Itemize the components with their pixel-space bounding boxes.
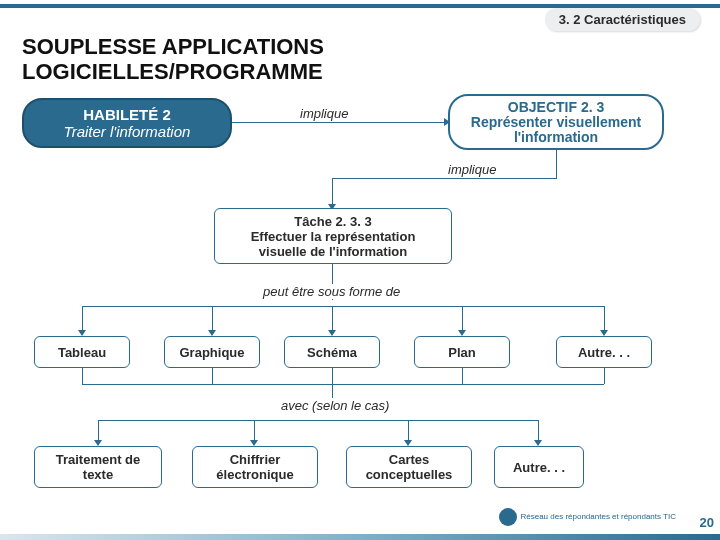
objectif-sub: Représenter visuellement l'information	[458, 115, 654, 146]
mv2	[212, 368, 213, 384]
format-box-0: Tableau	[34, 336, 130, 368]
tool-box-3: Autre. . .	[494, 446, 584, 488]
title-line2: LOGICIELLES/PROGRAMME	[22, 59, 324, 84]
page-title: SOUPLESSE APPLICATIONS LOGICIELLES/PROGR…	[22, 34, 324, 85]
habilete-sub: Traiter l'information	[32, 123, 222, 140]
tool0-l2: texte	[41, 467, 155, 482]
tool2-l1: Cartes	[353, 452, 465, 467]
format-label-0: Tableau	[41, 345, 123, 360]
connector-h1	[232, 122, 448, 123]
mv4	[462, 368, 463, 384]
logo-icon	[499, 508, 517, 526]
tache-l3: visuelle de l'information	[221, 244, 445, 259]
mv5	[604, 368, 605, 384]
format-box-3: Plan	[414, 336, 510, 368]
branch-h1	[82, 306, 604, 307]
footer-logo: Réseau des répondantes et répondants TIC	[499, 508, 676, 526]
connector-v1a	[556, 150, 557, 178]
merge-h	[82, 384, 604, 385]
footer-org-text: Réseau des répondantes et répondants TIC	[520, 512, 676, 521]
tool-box-0: Traitement de texte	[34, 446, 162, 488]
format-label-1: Graphique	[171, 345, 253, 360]
habilete-pill: HABILETÉ 2 Traiter l'information	[22, 98, 232, 148]
format-box-2: Schéma	[284, 336, 380, 368]
objectif-pill: OBJECTIF 2. 3 Représenter visuellement l…	[448, 94, 664, 150]
title-line1: SOUPLESSE APPLICATIONS	[22, 34, 324, 59]
tache-box: Tâche 2. 3. 3 Effectuer la représentatio…	[214, 208, 452, 264]
section-badge: 3. 2 Caractéristiques	[545, 8, 700, 31]
habilete-title: HABILETÉ 2	[32, 106, 222, 123]
footer-bar	[0, 534, 720, 540]
format-label-4: Autre. . .	[563, 345, 645, 360]
mv1	[82, 368, 83, 384]
page-number: 20	[700, 515, 714, 530]
tool0-l1: Traitement de	[41, 452, 155, 467]
mv3	[332, 368, 333, 384]
tool2-l2: conceptuelles	[353, 467, 465, 482]
tool-box-2: Cartes conceptuelles	[346, 446, 472, 488]
arrow-right-1	[444, 118, 450, 126]
peut-etre-label: peut être sous forme de	[260, 284, 403, 299]
tool-box-1: Chiffrier électronique	[192, 446, 318, 488]
avec-label: avec (selon le cas)	[278, 398, 392, 413]
implique-label-2: implique	[448, 162, 496, 177]
format-box-1: Graphique	[164, 336, 260, 368]
objectif-title: OBJECTIF 2. 3	[458, 99, 654, 115]
tool1-l2: électronique	[199, 467, 311, 482]
format-label-2: Schéma	[291, 345, 373, 360]
format-label-3: Plan	[421, 345, 503, 360]
tache-l1: Tâche 2. 3. 3	[221, 214, 445, 229]
connector-h2	[332, 178, 557, 179]
tool1-l1: Chiffrier	[199, 452, 311, 467]
format-box-4: Autre. . .	[556, 336, 652, 368]
branch-h2	[98, 420, 538, 421]
tool3-l1: Autre. . .	[501, 460, 577, 475]
tache-l2: Effectuer la représentation	[221, 229, 445, 244]
implique-label-1: implique	[300, 106, 348, 121]
